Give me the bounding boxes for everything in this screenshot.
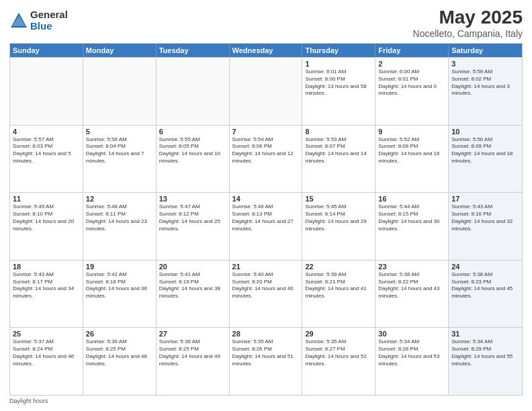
calendar-cell: 22Sunrise: 5:39 AMSunset: 8:21 PMDayligh… (302, 261, 375, 328)
day-number: 22 (305, 263, 372, 271)
day-number: 24 (451, 263, 519, 271)
day-number: 11 (13, 195, 80, 203)
day-number: 16 (378, 195, 445, 203)
page: General Blue May 2025 Nocelleto, Campani… (0, 0, 532, 411)
cell-info: Sunrise: 5:46 AMSunset: 8:13 PMDaylight:… (232, 203, 300, 232)
calendar-row: 18Sunrise: 5:43 AMSunset: 8:17 PMDayligh… (10, 260, 522, 328)
calendar-cell: 25Sunrise: 5:37 AMSunset: 8:24 PMDayligh… (10, 328, 83, 395)
day-number: 9 (378, 128, 445, 136)
cell-info: Sunrise: 5:50 AMSunset: 8:09 PMDaylight:… (451, 136, 519, 165)
calendar-cell: 24Sunrise: 5:38 AMSunset: 8:23 PMDayligh… (449, 261, 522, 328)
calendar-cell: 15Sunrise: 5:45 AMSunset: 8:14 PMDayligh… (302, 193, 375, 260)
svg-marker-1 (12, 15, 26, 26)
cell-info: Sunrise: 5:52 AMSunset: 8:08 PMDaylight:… (378, 136, 445, 165)
calendar-header-row: SundayMondayTuesdayWednesdayThursdayFrid… (10, 44, 522, 57)
calendar-row: 4Sunrise: 5:57 AMSunset: 8:03 PMDaylight… (10, 125, 522, 193)
day-number: 2 (378, 60, 445, 68)
day-number: 13 (159, 195, 226, 203)
calendar-cell: 5Sunrise: 5:56 AMSunset: 8:04 PMDaylight… (83, 126, 157, 193)
calendar-cell: 12Sunrise: 5:48 AMSunset: 8:11 PMDayligh… (83, 193, 157, 260)
calendar-cell: 8Sunrise: 5:53 AMSunset: 8:07 PMDaylight… (302, 126, 375, 193)
calendar-header-cell: Tuesday (157, 44, 230, 57)
cell-info: Sunrise: 5:54 AMSunset: 8:06 PMDaylight:… (232, 136, 300, 165)
day-number: 21 (232, 263, 300, 271)
cell-info: Sunrise: 5:53 AMSunset: 8:07 PMDaylight:… (305, 136, 372, 165)
calendar-header-cell: Saturday (449, 44, 522, 57)
calendar-cell: 6Sunrise: 5:55 AMSunset: 8:05 PMDaylight… (157, 126, 230, 193)
calendar-cell: 28Sunrise: 5:35 AMSunset: 8:26 PMDayligh… (230, 328, 303, 395)
day-number: 5 (86, 128, 153, 136)
cell-info: Sunrise: 5:35 AMSunset: 8:26 PMDaylight:… (232, 338, 300, 367)
day-number: 28 (232, 330, 300, 338)
calendar-cell: 4Sunrise: 5:57 AMSunset: 8:03 PMDaylight… (10, 126, 83, 193)
calendar-header-cell: Friday (375, 44, 449, 57)
title-block: May 2025 Nocelleto, Campania, Italy (413, 7, 523, 39)
day-number: 25 (13, 330, 80, 338)
day-number: 31 (451, 330, 519, 338)
cell-info: Sunrise: 5:57 AMSunset: 8:03 PMDaylight:… (13, 136, 80, 165)
cell-info: Sunrise: 5:45 AMSunset: 8:14 PMDaylight:… (305, 203, 372, 232)
calendar-cell: 27Sunrise: 5:36 AMSunset: 8:25 PMDayligh… (157, 328, 230, 395)
cell-info: Sunrise: 5:43 AMSunset: 8:16 PMDaylight:… (451, 203, 519, 232)
day-number: 4 (13, 128, 80, 136)
day-number: 3 (451, 60, 519, 68)
day-number: 15 (305, 195, 372, 203)
logo-icon (9, 11, 28, 30)
logo-text: General Blue (30, 9, 68, 32)
logo-blue: Blue (30, 21, 68, 32)
cell-info: Sunrise: 5:38 AMSunset: 8:23 PMDaylight:… (451, 271, 519, 300)
calendar-subtitle: Nocelleto, Campania, Italy (413, 28, 523, 39)
calendar-cell: 13Sunrise: 5:47 AMSunset: 8:12 PMDayligh… (157, 193, 230, 260)
cell-info: Sunrise: 5:40 AMSunset: 8:20 PMDaylight:… (232, 271, 300, 300)
cell-info: Sunrise: 6:00 AMSunset: 8:01 PMDaylight:… (378, 68, 445, 97)
day-number: 10 (451, 128, 519, 136)
calendar-cell: 3Sunrise: 5:59 AMSunset: 8:02 PMDaylight… (449, 58, 522, 125)
day-number: 8 (305, 128, 372, 136)
day-number: 14 (232, 195, 300, 203)
calendar: SundayMondayTuesdayWednesdayThursdayFrid… (9, 43, 523, 396)
day-number: 12 (86, 195, 153, 203)
cell-info: Sunrise: 5:55 AMSunset: 8:05 PMDaylight:… (159, 136, 226, 165)
calendar-cell: 30Sunrise: 5:34 AMSunset: 8:28 PMDayligh… (375, 328, 449, 395)
cell-info: Sunrise: 5:34 AMSunset: 8:29 PMDaylight:… (451, 338, 519, 367)
calendar-cell: 2Sunrise: 6:00 AMSunset: 8:01 PMDaylight… (375, 58, 449, 125)
calendar-cell (10, 58, 83, 125)
day-number: 19 (86, 263, 153, 271)
day-number: 29 (305, 330, 372, 338)
day-number: 7 (232, 128, 300, 136)
day-number: 6 (159, 128, 226, 136)
day-number: 17 (451, 195, 519, 203)
cell-info: Sunrise: 5:38 AMSunset: 8:22 PMDaylight:… (378, 271, 445, 300)
calendar-cell: 26Sunrise: 5:36 AMSunset: 8:25 PMDayligh… (83, 328, 157, 395)
cell-info: Sunrise: 5:56 AMSunset: 8:04 PMDaylight:… (86, 136, 153, 165)
calendar-row: 11Sunrise: 5:49 AMSunset: 8:10 PMDayligh… (10, 192, 522, 260)
cell-info: Sunrise: 5:35 AMSunset: 8:27 PMDaylight:… (305, 338, 372, 367)
calendar-cell (157, 58, 230, 125)
logo: General Blue (9, 9, 68, 32)
cell-info: Sunrise: 5:47 AMSunset: 8:12 PMDaylight:… (159, 203, 226, 232)
calendar-title: May 2025 (413, 7, 523, 28)
calendar-header-cell: Wednesday (230, 44, 303, 57)
calendar-header-cell: Monday (83, 44, 157, 57)
calendar-cell (83, 58, 157, 125)
calendar-cell: 29Sunrise: 5:35 AMSunset: 8:27 PMDayligh… (302, 328, 375, 395)
calendar-header-cell: Thursday (302, 44, 375, 57)
day-number: 18 (13, 263, 80, 271)
day-number: 1 (305, 60, 372, 68)
cell-info: Sunrise: 5:59 AMSunset: 8:02 PMDaylight:… (451, 68, 519, 97)
calendar-cell: 17Sunrise: 5:43 AMSunset: 8:16 PMDayligh… (449, 193, 522, 260)
cell-info: Sunrise: 5:44 AMSunset: 8:15 PMDaylight:… (378, 203, 445, 232)
calendar-cell: 7Sunrise: 5:54 AMSunset: 8:06 PMDaylight… (230, 126, 303, 193)
cell-info: Sunrise: 5:34 AMSunset: 8:28 PMDaylight:… (378, 338, 445, 367)
footer-note: Daylight hours (9, 398, 523, 404)
header: General Blue May 2025 Nocelleto, Campani… (9, 7, 523, 39)
cell-info: Sunrise: 5:36 AMSunset: 8:25 PMDaylight:… (86, 338, 153, 367)
calendar-header-cell: Sunday (10, 44, 83, 57)
calendar-cell: 16Sunrise: 5:44 AMSunset: 8:15 PMDayligh… (375, 193, 449, 260)
calendar-cell: 9Sunrise: 5:52 AMSunset: 8:08 PMDaylight… (375, 126, 449, 193)
calendar-cell: 23Sunrise: 5:38 AMSunset: 8:22 PMDayligh… (375, 261, 449, 328)
cell-info: Sunrise: 5:49 AMSunset: 8:10 PMDaylight:… (13, 203, 80, 232)
calendar-cell: 31Sunrise: 5:34 AMSunset: 8:29 PMDayligh… (449, 328, 522, 395)
day-number: 23 (378, 263, 445, 271)
cell-info: Sunrise: 5:48 AMSunset: 8:11 PMDaylight:… (86, 203, 153, 232)
